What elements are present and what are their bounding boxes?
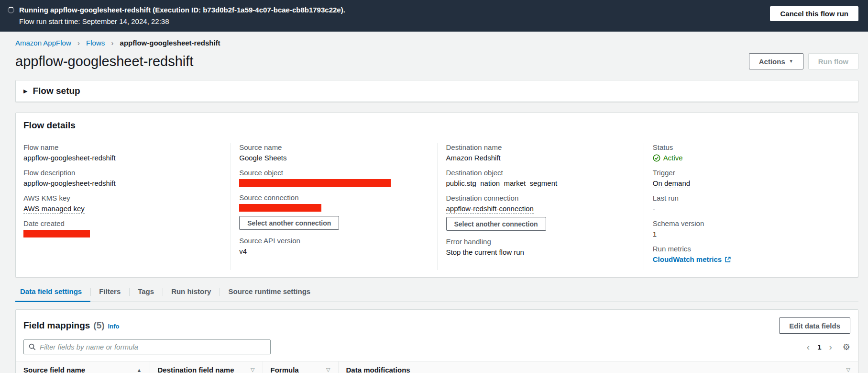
filter-fields-input[interactable] [40,343,265,351]
field-label: Destination connection [446,194,635,202]
breadcrumb-amazon-appflow[interactable]: Amazon AppFlow [15,39,71,47]
field-label: Error handling [446,237,635,246]
flow-details-panel: Flow details Flow name appflow-googleshe… [15,113,858,277]
field-label: Trigger [653,169,842,177]
field-error-handling: Error handling Stop the current flow run [446,237,635,256]
info-link[interactable]: Info [108,323,120,330]
breadcrumb: Amazon AppFlow › Flows › appflow-googles… [15,39,858,47]
field-source-name: Source name Google Sheets [239,143,428,162]
tab-tags[interactable]: Tags [129,285,163,302]
date-created-redacted-value [23,230,90,237]
field-date-created: Date created [23,219,221,237]
trigger-value[interactable]: On demand [653,179,690,188]
field-mappings-header: Field mappings (5) Info Edit data fields [16,310,858,339]
cloudwatch-metrics-link[interactable]: CloudWatch metrics [653,255,731,263]
field-last-run: Last run - [653,194,842,213]
flash-title: Running appflow-googlesheet-redshift (Ex… [19,5,770,14]
field-mappings-table: Source field name ▲ Destination field na… [16,361,858,373]
field-value: public.stg_nation_market_segment [446,179,635,187]
field-status: Status Active [653,143,842,162]
pagination: ‹ 1 › ⚙ [803,341,850,352]
main-content: Amazon AppFlow › Flows › appflow-googles… [0,39,868,373]
flow-run-banner: Running appflow-googlesheet-redshift (Ex… [0,0,868,32]
field-label: Last run [653,194,842,202]
tab-data-field-settings[interactable]: Data field settings [15,285,90,302]
cloudwatch-metrics-label: CloudWatch metrics [653,255,722,263]
sortable-icon: ▽ [846,367,850,373]
next-page-button[interactable]: › [825,341,836,352]
field-source-connection: Source connection Select another connect… [239,193,428,230]
field-value: Stop the current flow run [446,248,635,256]
flow-details-grid: Flow name appflow-googlesheet-redshift F… [23,143,850,270]
actions-button[interactable]: Actions ▼ [749,53,803,69]
destination-connection-value[interactable]: appflow-redshift-connection [446,204,534,214]
cancel-flow-run-button[interactable]: Cancel this flow run [770,6,858,21]
field-destination-name: Destination name Amazon Redshift [446,143,635,162]
status-text: Active [663,154,683,162]
field-mappings-toolbar: ‹ 1 › ⚙ [16,339,858,361]
check-circle-icon [653,154,660,162]
tab-source-runtime-settings[interactable]: Source runtime settings [220,285,319,302]
tab-run-history[interactable]: Run history [163,285,220,302]
field-source-object: Source object [239,169,428,187]
field-mappings-count: (5) [93,320,104,331]
field-label: Source API version [239,237,428,245]
tab-filters[interactable]: Filters [90,285,129,302]
external-link-icon [725,256,731,263]
select-another-source-connection-button[interactable]: Select another connection [239,216,339,230]
actions-button-label: Actions [759,57,785,66]
flow-details-col-1: Flow name appflow-googlesheet-redshift F… [23,143,230,270]
field-run-metrics: Run metrics CloudWatch metrics [653,245,842,263]
flash-subtitle: Flow run start time: September 14, 2024,… [19,17,770,26]
field-flow-name: Flow name appflow-googlesheet-redshift [23,143,221,162]
kms-key-value[interactable]: AWS managed key [23,204,85,214]
breadcrumb-flows[interactable]: Flows [86,39,105,47]
column-header-data-modifications[interactable]: Data modifications ▽ [338,362,858,373]
field-value: Amazon Redshift [446,154,635,162]
sortable-icon: ▽ [326,367,330,373]
flow-details-col-2: Source name Google Sheets Source object … [230,143,437,270]
field-source-api-version: Source API version v4 [239,237,428,255]
field-kms-key: AWS KMS key AWS managed key [23,194,221,213]
page-title: appflow-googlesheet-redshift [15,54,193,69]
source-object-redacted-value [239,179,391,187]
field-label: Source object [239,169,428,177]
flow-setup-title: Flow setup [33,86,80,96]
select-another-destination-connection-button[interactable]: Select another connection [446,217,546,231]
field-trigger: Trigger On demand [653,169,842,187]
field-schema-version: Schema version 1 [653,219,842,238]
field-destination-object: Destination object public.stg_nation_mar… [446,169,635,187]
column-label: Destination field name [158,366,234,373]
field-value: v4 [239,247,428,255]
caret-down-icon: ▼ [789,59,793,64]
field-label: Flow description [23,169,221,177]
current-page-number[interactable]: 1 [813,342,825,352]
previous-page-button[interactable]: ‹ [803,341,813,352]
field-label: Flow name [23,143,221,151]
field-flow-description: Flow description appflow-googlesheet-red… [23,169,221,187]
column-header-destination-field-name[interactable]: Destination field name ▽ [150,362,263,373]
run-flow-button[interactable]: Run flow [808,53,858,69]
column-header-source-field-name[interactable]: Source field name ▲ [16,362,150,373]
search-icon [29,343,36,350]
field-label: Schema version [653,219,842,227]
filter-fields-box [23,339,271,354]
tab-bar: Data field settings Filters Tags Run his… [15,285,858,302]
column-label: Formula [271,366,299,373]
field-label: Source connection [239,193,428,202]
sortable-icon: ▽ [251,367,254,373]
edit-data-fields-button[interactable]: Edit data fields [779,317,850,334]
field-mappings-panel: Field mappings (5) Info Edit data fields… [15,309,858,373]
field-label: Destination name [446,143,635,151]
field-mappings-title: Field mappings [23,320,90,331]
breadcrumb-separator-icon: › [77,39,80,47]
field-value: Google Sheets [239,154,428,162]
gear-icon[interactable]: ⚙ [843,342,850,352]
source-connection-redacted-value [239,204,321,212]
column-header-formula[interactable]: Formula ▽ [263,362,338,373]
field-label: Source name [239,143,428,151]
flow-setup-expander[interactable]: ▶ Flow setup [15,80,858,102]
loading-spinner-icon [8,7,14,13]
expand-right-icon: ▶ [23,88,27,94]
column-label: Data modifications [346,366,410,373]
